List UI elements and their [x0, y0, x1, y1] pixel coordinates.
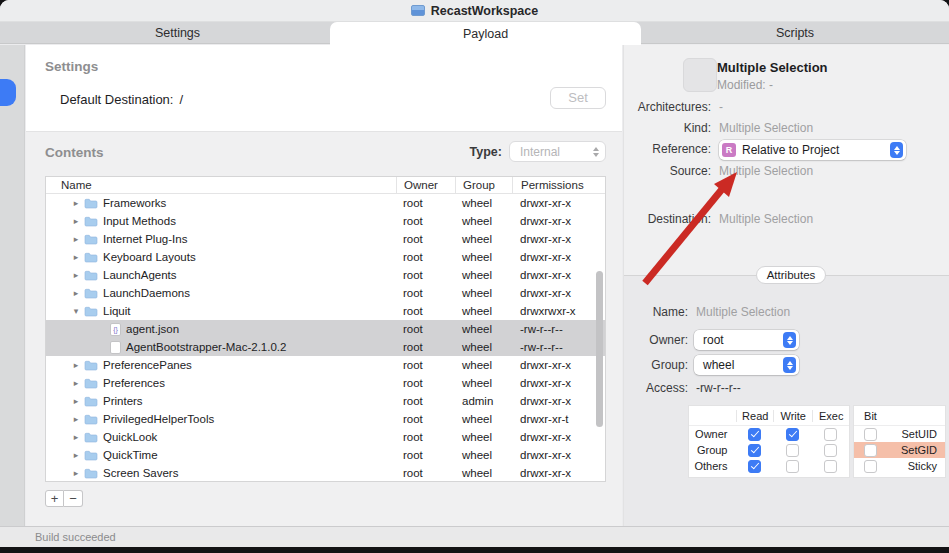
row-owner: root [396, 251, 455, 263]
write-checkbox[interactable] [786, 444, 799, 457]
row-name-cell: AgentBootstrapper-Mac-2.1.0.2 [46, 341, 396, 354]
table-row[interactable]: AgentBootstrapper-Mac-2.1.0.2rootwheel-r… [46, 338, 605, 356]
read-checkbox[interactable] [748, 460, 761, 473]
table-row[interactable]: {}agent.jsonrootwheel-rw-r--r-- [46, 320, 605, 338]
write-checkbox[interactable] [786, 428, 799, 441]
row-owner: root [396, 359, 455, 371]
column-header-name[interactable]: Name [46, 177, 396, 193]
table-row[interactable]: ▸Input Methodsrootwheeldrwxr-xr-x [46, 212, 605, 230]
row-name-text: Keyboard Layouts [103, 251, 196, 263]
perm-row-label: Owner [689, 428, 736, 440]
add-item-button[interactable]: + [45, 490, 64, 507]
folder-icon [84, 234, 98, 245]
chevron-right-icon[interactable]: ▸ [70, 252, 82, 262]
table-row[interactable]: ▸LaunchDaemonsrootwheeldrwxr-xr-x [46, 284, 605, 302]
column-header-group[interactable]: Group [455, 177, 512, 193]
column-header-permissions[interactable]: Permissions [512, 177, 605, 193]
selected-package-indicator[interactable] [0, 79, 16, 106]
app-window: RecastWorkspace Settings Payload Scripts… [0, 0, 949, 547]
table-row[interactable]: ▸Preferencesrootwheeldrwxr-xr-x [46, 374, 605, 392]
name-value: Multiple Selection [696, 305, 790, 319]
group-dropdown[interactable]: wheel [694, 355, 799, 375]
row-name-text: Printers [103, 395, 143, 407]
row-owner: root [396, 215, 455, 227]
read-checkbox[interactable] [748, 444, 761, 457]
row-name-cell: ▸LaunchDaemons [46, 287, 396, 299]
chevron-right-icon[interactable]: ▸ [70, 396, 82, 406]
chevron-right-icon[interactable]: ▸ [70, 198, 82, 208]
exec-checkbox[interactable] [824, 428, 837, 441]
remove-item-button[interactable]: − [64, 490, 83, 507]
attributes-tab[interactable]: Attributes [756, 266, 826, 284]
row-group: wheel [455, 467, 512, 479]
chevron-right-icon[interactable]: ▸ [70, 360, 82, 370]
folder-icon [84, 198, 98, 209]
read-checkbox[interactable] [748, 428, 761, 441]
table-row[interactable]: ▸Keyboard Layoutsrootwheeldrwxr-xr-x [46, 248, 605, 266]
exec-checkbox[interactable] [824, 444, 837, 457]
table-scrollbar[interactable] [596, 271, 603, 427]
chevron-right-icon[interactable]: ▸ [70, 234, 82, 244]
reference-row: Reference: [624, 142, 711, 156]
folder-icon [84, 288, 98, 299]
row-group: wheel [455, 377, 512, 389]
owner-dropdown[interactable]: root [694, 330, 799, 350]
table-row[interactable]: ▸QuickTimerootwheeldrwxr-xr-x [46, 446, 605, 464]
bit-checkbox-cell [854, 460, 887, 473]
exec-checkbox[interactable] [824, 460, 837, 473]
table-row[interactable]: ▸PreferencePanesrootwheeldrwxr-xr-x [46, 356, 605, 374]
table-row[interactable]: ▸Printersrootadmindrwxr-xr-x [46, 392, 605, 410]
bit-label: Sticky [887, 460, 945, 472]
folder-icon [84, 360, 98, 371]
chevron-down-icon[interactable]: ▾ [70, 306, 82, 316]
bit-checkbox[interactable] [864, 428, 877, 441]
row-group: wheel [455, 215, 512, 227]
row-permissions: drwxr-xr-x [512, 269, 605, 281]
row-name-text: PrivilegedHelperTools [103, 413, 214, 425]
chevron-right-icon[interactable]: ▸ [70, 450, 82, 460]
row-permissions: drwxr-xr-x [512, 233, 605, 245]
chevron-right-icon[interactable]: ▸ [70, 216, 82, 226]
row-name-cell: ▸Screen Savers [46, 467, 396, 479]
table-row[interactable]: ▸Internet Plug-Insrootwheeldrwxr-xr-x [46, 230, 605, 248]
bit-checkbox[interactable] [864, 460, 877, 473]
chevron-right-icon[interactable]: ▸ [70, 414, 82, 424]
perm-row-label: Others [689, 460, 736, 472]
type-label: Type: [470, 145, 502, 159]
table-row[interactable]: ▸LaunchAgentsrootwheeldrwxr-xr-x [46, 266, 605, 284]
table-row[interactable]: ▸Frameworksrootwheeldrwxr-xr-x [46, 194, 605, 212]
row-group: wheel [455, 413, 512, 425]
window-icon [411, 5, 425, 16]
chevron-right-icon[interactable]: ▸ [70, 378, 82, 388]
type-dropdown[interactable]: Internal [509, 141, 606, 162]
tab-scripts[interactable]: Scripts [641, 22, 949, 44]
write-checkbox[interactable] [786, 460, 799, 473]
folder-icon [84, 252, 98, 263]
row-owner: root [396, 413, 455, 425]
set-button[interactable]: Set [550, 87, 606, 109]
selection-title: Multiple Selection [717, 60, 828, 75]
row-group: wheel [455, 323, 512, 335]
chevron-right-icon[interactable]: ▸ [70, 288, 82, 298]
chevron-right-icon[interactable]: ▸ [70, 432, 82, 442]
chevron-right-icon[interactable]: ▸ [70, 468, 82, 478]
row-name-text: Liquit [103, 305, 131, 317]
row-permissions: drwxrwxr-x [512, 305, 605, 317]
chevron-right-icon[interactable]: ▸ [70, 270, 82, 280]
tab-payload[interactable]: Payload [330, 22, 641, 45]
table-row[interactable]: ▸Screen Saversrootwheeldrwxr-xr-x [46, 464, 605, 482]
table-row[interactable]: ▸QuickLookrootwheeldrwxr-xr-x [46, 428, 605, 446]
table-row[interactable]: ▸PrivilegedHelperToolsrootwheeldrwxr-xr-… [46, 410, 605, 428]
read-checkbox-cell [736, 444, 773, 457]
column-header-owner[interactable]: Owner [396, 177, 455, 193]
tab-settings[interactable]: Settings [25, 22, 330, 44]
chevron-updown-icon [783, 357, 796, 373]
settings-heading: Settings [45, 59, 98, 74]
default-destination-value: / [179, 92, 183, 107]
architectures-label: Architectures: [624, 100, 711, 114]
architectures-row: Architectures: - [624, 100, 723, 114]
reference-dropdown[interactable]: R Relative to Project [719, 140, 906, 160]
row-permissions: drwxr-xr-x [512, 449, 605, 461]
bit-checkbox[interactable] [864, 444, 877, 457]
table-row[interactable]: ▾Liquitrootwheeldrwxrwxr-x [46, 302, 605, 320]
